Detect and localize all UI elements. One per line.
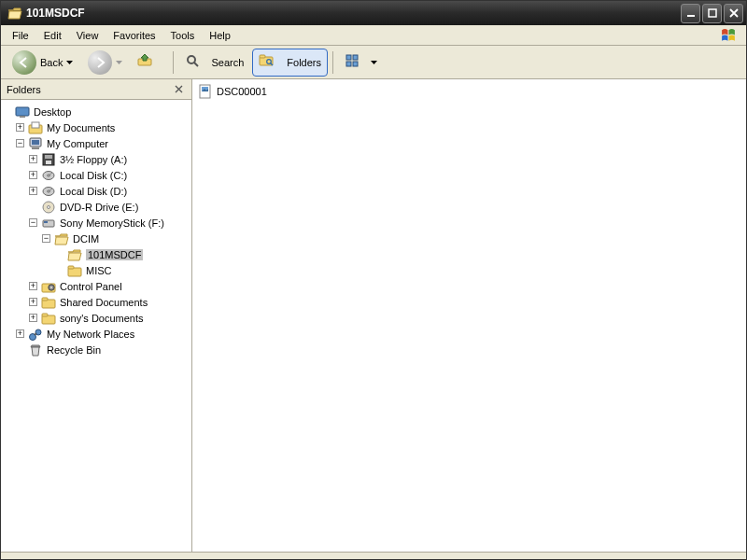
back-button[interactable]: Back (7, 48, 78, 77)
tree-shared[interactable]: + Shared Documents (3, 294, 190, 310)
tree-dvdr[interactable]: DVD-R Drive (E:) (3, 199, 190, 215)
window-title: 101MSDCF (26, 7, 681, 20)
menu-help[interactable]: Help (202, 28, 238, 43)
titlebar-folder-icon (7, 6, 22, 21)
expander[interactable]: + (29, 155, 37, 163)
folders-label: Folders (287, 57, 321, 68)
back-dropdown-icon[interactable] (66, 61, 73, 64)
tree-mycomputer[interactable]: − My Computer (3, 135, 190, 151)
views-button[interactable] (339, 50, 383, 75)
close-button[interactable] (724, 4, 743, 23)
menu-favorites[interactable]: Favorites (106, 28, 162, 43)
maximize-button[interactable] (702, 4, 722, 23)
folder-icon (41, 295, 56, 310)
up-icon (137, 52, 158, 73)
tree-sonydocs[interactable]: + sony's Documents (3, 310, 190, 326)
tree-dcim[interactable]: − DCIM (3, 231, 190, 246)
expander[interactable]: + (29, 171, 37, 179)
desktop-icon (15, 105, 30, 119)
explorer-window: 101MSDCF File Edit View Favorites Tools … (0, 0, 747, 560)
content-pane[interactable]: DSC00001 (192, 79, 746, 552)
folders-panel-header: Folders (1, 79, 191, 100)
folders-panel-title: Folders (7, 84, 171, 95)
image-file-icon (198, 84, 213, 99)
expander[interactable]: − (16, 139, 24, 147)
menubar: File Edit View Favorites Tools Help (1, 25, 746, 46)
recycle-bin-icon (28, 343, 43, 357)
forward-icon (88, 50, 112, 75)
statusbar (1, 552, 746, 559)
expander[interactable]: + (29, 298, 37, 306)
expander[interactable]: + (29, 187, 37, 195)
control-panel-icon (41, 279, 56, 294)
menu-view[interactable]: View (69, 28, 106, 43)
disk-icon (41, 184, 56, 199)
expander[interactable]: + (29, 314, 37, 322)
expander[interactable]: + (16, 329, 24, 338)
forward-button[interactable] (82, 48, 128, 77)
tree-desktop[interactable]: Desktop (3, 104, 190, 119)
network-icon (28, 327, 43, 342)
search-label: Search (211, 57, 244, 68)
file-item[interactable]: DSC00001 (196, 83, 269, 100)
folder-icon (67, 263, 82, 278)
folder-open-icon (54, 231, 69, 246)
tree-localc[interactable]: + Local Disk (C:) (3, 167, 190, 183)
folders-panel: Folders Desktop + My Documents − My (1, 79, 192, 552)
toolbar: Back Search Folders (1, 46, 746, 79)
toolbar-separator (173, 51, 174, 74)
tree-sony[interactable]: − Sony MemoryStick (F:) (3, 215, 190, 231)
toolbar-separator (332, 51, 333, 74)
menu-file[interactable]: File (5, 28, 36, 43)
tree-cpanel[interactable]: + Control Panel (3, 278, 190, 294)
body: Folders Desktop + My Documents − My (1, 79, 746, 552)
dvd-icon (41, 200, 56, 215)
folders-button[interactable]: Folders (253, 49, 327, 76)
folders-panel-close[interactable] (171, 82, 186, 97)
up-button[interactable] (132, 49, 167, 76)
folder-open-icon (67, 247, 82, 262)
tree-misc[interactable]: MISC (3, 262, 190, 278)
folder-icon (41, 311, 56, 326)
search-icon (185, 53, 204, 72)
menu-tools[interactable]: Tools (163, 28, 203, 43)
folder-tree[interactable]: Desktop + My Documents − My Computer + 3… (1, 100, 191, 552)
removable-icon (41, 216, 56, 231)
titlebar[interactable]: 101MSDCF (1, 1, 746, 25)
file-name: DSC00001 (217, 86, 267, 97)
windows-flag-icon (718, 27, 739, 44)
search-button[interactable]: Search (179, 50, 249, 75)
tree-mydocs[interactable]: + My Documents (3, 119, 190, 135)
views-icon (345, 53, 363, 72)
svg-rect-34 (709, 9, 716, 17)
tree-network[interactable]: + My Network Places (3, 326, 190, 342)
my-documents-icon (28, 120, 43, 135)
folders-icon (259, 52, 279, 73)
tree-floppy[interactable]: + 3½ Floppy (A:) (3, 151, 190, 167)
back-icon (12, 50, 36, 75)
tree-locald[interactable]: + Local Disk (D:) (3, 183, 190, 199)
expander[interactable]: + (29, 282, 37, 290)
my-computer-icon (28, 136, 43, 151)
disk-icon (41, 168, 56, 183)
expander[interactable]: − (29, 218, 37, 227)
forward-dropdown-icon[interactable] (116, 61, 122, 64)
views-dropdown-icon[interactable] (371, 61, 377, 64)
back-label: Back (40, 57, 63, 68)
expander[interactable]: + (16, 123, 24, 132)
menu-edit[interactable]: Edit (36, 28, 69, 43)
tree-101msdcf[interactable]: 101MSDCF (3, 246, 190, 262)
expander[interactable]: − (42, 234, 50, 243)
minimize-button[interactable] (681, 4, 700, 23)
tree-recycle[interactable]: Recycle Bin (3, 342, 190, 357)
floppy-icon (41, 152, 56, 167)
